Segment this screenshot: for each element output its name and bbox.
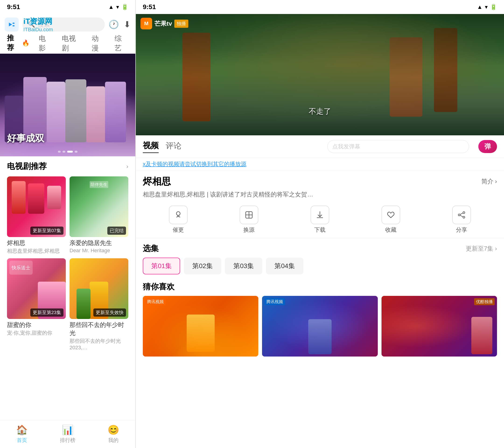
tab-variety[interactable]: 综艺 [115,34,128,55]
card-badge-4: 更新至失效快 [93,308,126,317]
app-logo [5,18,19,32]
episode-more[interactable]: 更新至7集 › [466,245,497,253]
danmu-button[interactable]: 弹 [478,140,497,153]
danmu-placeholder: 点我发弹幕 [332,143,360,150]
card-subtitle-2: Dear Mr. Heritage [70,248,128,254]
rec-badge-1: 腾讯视频 [145,298,166,305]
hero-dots [58,151,77,153]
tab-comment[interactable]: 评论 [166,141,181,153]
home-label: 首页 [17,437,27,444]
nav-tabs: 推荐 🔥 电影 电视剧 动漫 综艺 [0,35,135,54]
danmu-input[interactable]: 点我发弹幕 [327,140,469,153]
video-bg: M 芒果tv 独播 不走了 [136,14,504,135]
card-item-1[interactable]: 更新至第07集 烬相思 相思盘里烬相思,烬相思 [7,176,66,254]
card-subtitle-4: 那些回不去的年少时光2023,… [70,338,128,351]
intro-arrow: › [495,178,497,185]
card-item-4[interactable]: 更新至失效快 那些回不去的年少时光 那些回不去的年少时光2023,… [70,258,128,351]
battery-icon: 🔋 [121,4,128,10]
card-thumbnail-2: 陪伴先生 已完结 [70,176,128,237]
action-huanyuan[interactable]: 换源 [214,206,285,233]
recommend-title: 猜你喜欢 [143,281,497,292]
tab-tv[interactable]: 电视剧 [62,34,82,55]
fire-icon: 🔥 [22,39,29,47]
bottom-nav-rank[interactable]: 📊 排行榜 [60,424,75,444]
svg-rect-2 [13,23,15,24]
left-status-bar: 9:51 ▲ ▾ 🔋 [0,0,135,14]
download-icon[interactable]: ⬇ [124,19,131,29]
card-badge-1: 更新至第07集 [30,227,63,235]
recommend-grid: 腾讯视频 腾讯视频 优酷独播 [143,296,497,357]
tab-recommend-label: 推荐 [7,33,20,53]
show-title-row: 烬相思 简介 › [143,175,497,188]
download-action-icon [311,206,329,224]
tab-comment-label: 评论 [166,141,181,150]
action-buttons: 催更 换源 下载 [136,201,504,238]
share-label: 分享 [456,226,467,233]
left-status-icons: ▲ ▾ 🔋 [108,4,128,10]
show-info: 烬相思 简介 › 相思盘里烬相思,烬相思 | 该剧讲述了对古灵精怪的将军之女贺… [136,170,504,201]
tab-anime-label: 动漫 [92,34,106,53]
mine-label: 我的 [108,437,119,444]
card-title-3: 甜蜜的你 [7,319,66,329]
tab-variety-label: 综艺 [115,34,128,53]
tab-movie[interactable]: 电影 [39,34,53,55]
rec-card-1[interactable]: 腾讯视频 [143,296,258,357]
intro-label: 简介 [481,177,493,185]
svg-point-9 [458,214,460,216]
hero-title: 好事成双 [7,132,44,145]
action-favorite[interactable]: 收藏 [355,206,426,233]
tv-section-header: 电视剧推荐 › [0,156,135,174]
search-input[interactable]: 搜索 [38,20,99,29]
svg-rect-3 [13,25,15,26]
card-subtitle-3: 宠·你,宠你,甜蜜的你 [7,329,66,337]
card-title-4: 那些回不去的年少时光 [70,319,128,338]
rec-card-2[interactable]: 腾讯视频 [262,296,378,357]
episode-btn-1[interactable]: 第01集 [143,258,180,274]
huanyuan-icon [240,206,258,224]
r-wifi-icon: ▾ [485,4,488,10]
video-player[interactable]: M 芒果tv 独播 不走了 [136,14,504,135]
tab-anime[interactable]: 动漫 [92,34,106,55]
episode-btn-3[interactable]: 第03集 [225,258,262,274]
tv-section-title: 电视剧推荐 [7,161,47,172]
history-icon[interactable]: 🕐 [108,19,119,29]
search-bar[interactable]: 🔍 搜索 [22,18,105,32]
bottom-nav-mine[interactable]: 😊 我的 [108,424,119,444]
svg-line-11 [460,213,463,215]
tv-section-more[interactable]: › [126,163,128,170]
left-header: 🔍 搜索 iT资源网 ITBaiDu.com 🕐 ⬇ [0,14,135,35]
signal-icon: ▲ [108,4,114,10]
r-signal-icon: ▲ [477,4,483,10]
episode-btn-4[interactable]: 第04集 [266,258,303,274]
episode-header: 选集 更新至7集 › [143,243,497,254]
bottom-nav-home[interactable]: 🏠 首页 [16,424,28,444]
hero-dot-4 [75,151,77,153]
favorite-icon [381,206,400,224]
huanyuan-label: 换源 [243,226,254,233]
right-status-time: 9:51 [143,3,156,11]
tab-recommend[interactable]: 推荐 🔥 [7,33,29,55]
show-intro-btn[interactable]: 简介 › [481,177,497,185]
card-badge-2: 已完结 [107,227,126,235]
tab-tv-label: 电视剧 [62,34,82,53]
card-thumbnail-3: 快乐送士 更新至第23集 [7,258,66,319]
episode-btn-2[interactable]: 第02集 [184,258,221,274]
action-share[interactable]: 分享 [426,206,497,233]
action-cuigeng[interactable]: 催更 [143,206,214,233]
warning-text[interactable]: x及卡顿的视频请尝试切换到其它的播放源 [143,161,246,167]
right-status-icons: ▲ ▾ 🔋 [477,4,497,10]
rec-badge-2: 腾讯视频 [264,298,285,305]
card-item-3[interactable]: 快乐送士 更新至第23集 甜蜜的你 宠·你,宠你,甜蜜的你 [7,258,66,351]
card-item-2[interactable]: 陪伴先生 已完结 亲爱的隐居先生 Dear Mr. Heritage [70,176,128,254]
hero-dot-3 [67,151,73,153]
mine-icon: 😊 [108,424,119,435]
rec-card-3[interactable]: 优酷独播 [381,296,497,357]
hero-banner[interactable]: 好事成双 [0,54,135,156]
wifi-icon: ▾ [116,4,119,10]
header-actions: 🕐 ⬇ [108,19,131,29]
warning-bar: x及卡顿的视频请尝试切换到其它的播放源 [136,158,504,170]
card-subtitle-1: 相思盘里烬相思,烬相思 [7,248,66,254]
tab-video[interactable]: 视频 [143,140,159,153]
left-panel: 9:51 ▲ ▾ 🔋 🔍 搜索 iT资源网 ITBaiDu.com 🕐 [0,0,135,448]
action-download[interactable]: 下载 [285,206,355,233]
